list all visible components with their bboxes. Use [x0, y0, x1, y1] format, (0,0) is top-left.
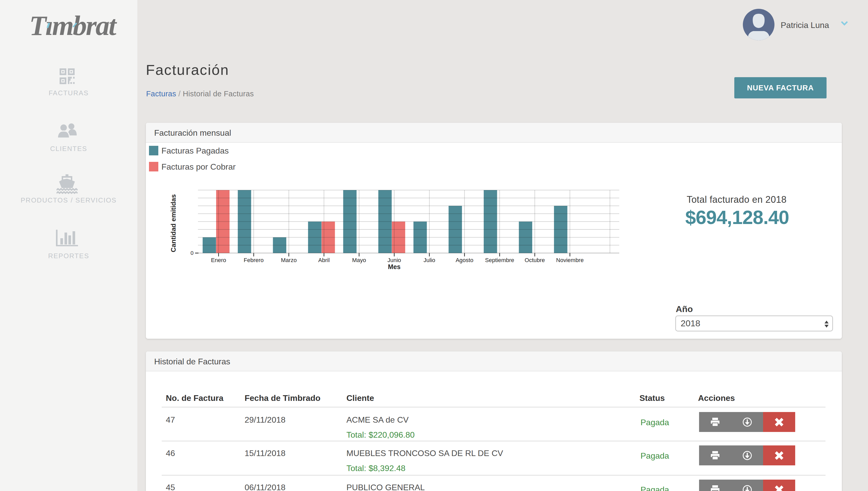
svg-text:Enero: Enero: [211, 257, 226, 263]
svg-text:Agosto: Agosto: [455, 257, 473, 263]
svg-text:Noviembre: Noviembre: [556, 257, 584, 263]
svg-text:Julio: Julio: [423, 257, 435, 263]
svg-text:Mayo: Mayo: [352, 257, 366, 263]
svg-text:Marzo: Marzo: [281, 257, 297, 263]
svg-text:Mes: Mes: [388, 263, 400, 270]
svg-text:Septiembre: Septiembre: [485, 257, 514, 263]
svg-text:0: 0: [191, 250, 194, 256]
svg-text:Cantidad emitidas: Cantidad emitidas: [169, 194, 177, 252]
svg-text:Junio: Junio: [387, 257, 401, 263]
svg-text:Abril: Abril: [318, 257, 330, 263]
svg-text:Febrero: Febrero: [244, 257, 264, 263]
svg-text:Octubre: Octubre: [525, 257, 545, 263]
